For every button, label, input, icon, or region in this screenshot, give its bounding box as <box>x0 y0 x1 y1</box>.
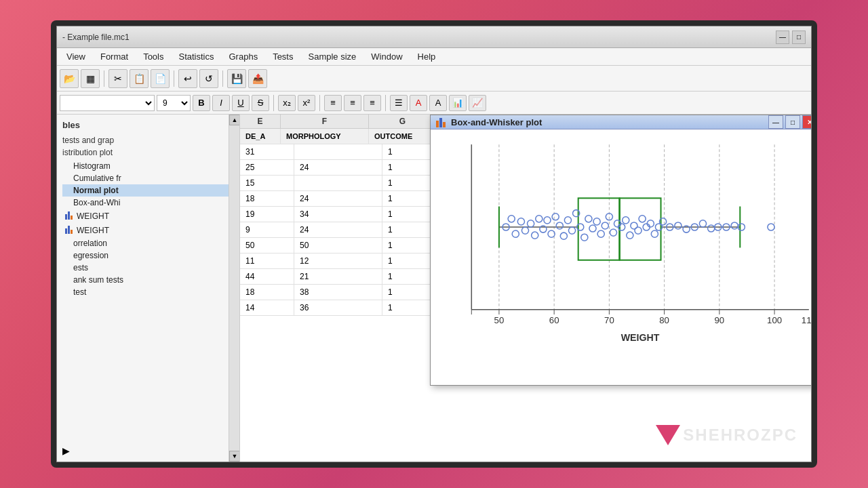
italic-button[interactable]: I <box>212 95 230 111</box>
app-window: - Example file.mc1 — □ View Format Tools… <box>56 26 812 462</box>
cell-f5[interactable]: 34 <box>294 207 382 222</box>
svg-point-48 <box>639 216 646 222</box>
strikethrough-button[interactable]: S <box>252 95 269 111</box>
box-whisker-svg: 50 60 70 80 90 100 110 WEIGHT <box>458 136 811 352</box>
cell-e5[interactable]: 19 <box>240 207 294 222</box>
menu-graphs[interactable]: Graphs <box>222 50 265 63</box>
cell-f6[interactable]: 24 <box>294 222 382 237</box>
scroll-up-arrow[interactable]: ▲ <box>229 115 240 125</box>
cell-e8[interactable]: 11 <box>240 253 294 268</box>
align-center-button[interactable]: ≡ <box>344 95 361 111</box>
svg-point-22 <box>532 232 538 239</box>
plot-restore-button[interactable]: □ <box>785 115 800 129</box>
font-color-button[interactable]: A <box>410 95 427 111</box>
copy-button[interactable]: 📋 <box>130 69 149 88</box>
col-header-g: G <box>369 115 437 128</box>
svg-text:60: 60 <box>549 315 559 325</box>
subheader-f: MORPHOLOGY <box>281 129 369 144</box>
sidebar-item-test[interactable]: test <box>62 286 237 298</box>
undo-button[interactable]: ↩ <box>178 69 197 88</box>
sidebar-item-regression[interactable]: egression <box>62 249 237 262</box>
title-bar: - Example file.mc1 — □ <box>57 26 811 48</box>
cell-f9[interactable]: 21 <box>294 269 382 284</box>
cell-e1[interactable]: 31 <box>240 144 294 159</box>
menu-help[interactable]: Help <box>411 50 443 63</box>
svg-text:80: 80 <box>659 315 669 325</box>
svg-text:WEIGHT: WEIGHT <box>621 332 660 343</box>
bar-blue-2 <box>68 211 70 220</box>
paste-button[interactable]: 📄 <box>151 69 170 88</box>
sidebar-scrollbar[interactable]: ▲ ▼ <box>229 115 239 462</box>
cell-f11[interactable]: 36 <box>294 300 382 315</box>
sidebar-section-dist: istribution plot <box>62 148 237 157</box>
icon-bar-1 <box>436 121 439 127</box>
sidebar-item-weight-1[interactable]: WEIGHT <box>62 209 237 223</box>
bar-blue-3 <box>65 228 67 234</box>
maximize-button[interactable]: □ <box>792 30 806 44</box>
save-button[interactable]: 💾 <box>227 69 246 88</box>
sidebar-item-weight-2[interactable]: WEIGHT <box>62 223 237 237</box>
cell-e7[interactable]: 50 <box>240 238 294 253</box>
menu-statistics[interactable]: Statistics <box>172 50 220 63</box>
spreadsheet: E F G DE_A MORPHOLOGY OUTCOME 31 1 25 <box>240 115 811 462</box>
sidebar-item-ranksum[interactable]: ank sum tests <box>62 274 237 286</box>
cell-e10[interactable]: 18 <box>240 285 294 300</box>
menu-format[interactable]: Format <box>94 50 135 63</box>
svg-point-29 <box>560 232 567 239</box>
menu-sample-size[interactable]: Sample size <box>301 50 363 63</box>
font-size-selector[interactable]: 9 <box>157 95 191 111</box>
svg-point-34 <box>581 234 588 241</box>
menu-tools[interactable]: Tools <box>136 50 170 63</box>
cell-f2[interactable]: 24 <box>294 160 382 175</box>
sidebar-label: bles <box>62 120 237 130</box>
cell-e11[interactable]: 14 <box>240 300 294 315</box>
cell-e3[interactable]: 15 <box>240 176 294 190</box>
cell-e2[interactable]: 25 <box>240 160 294 175</box>
cut-button[interactable]: ✂ <box>108 69 127 88</box>
cell-f4[interactable]: 24 <box>294 191 382 206</box>
sidebar-item-boxwhisker[interactable]: Box-and-Whi <box>62 197 237 209</box>
align-left-button[interactable]: ≡ <box>324 95 342 111</box>
sidebar-item-tests[interactable]: ests <box>62 262 237 274</box>
redo-button[interactable]: ↺ <box>199 69 218 88</box>
cell-e4[interactable]: 18 <box>240 191 294 206</box>
plot-title-bar: Box-and-Whisker plot — □ ✕ <box>431 115 811 129</box>
open-button[interactable]: 📂 <box>60 69 79 88</box>
sidebar-item-correlation[interactable]: orrelation <box>62 237 237 249</box>
export-button[interactable]: 📤 <box>248 69 267 88</box>
cell-f10[interactable]: 38 <box>294 285 382 300</box>
cell-f1[interactable] <box>294 144 382 159</box>
bold-button[interactable]: B <box>193 95 210 111</box>
chart-color-button[interactable]: 📊 <box>449 95 467 111</box>
cell-f7[interactable]: 50 <box>294 238 382 253</box>
menu-view[interactable]: View <box>60 50 92 63</box>
menu-tests[interactable]: Tests <box>266 50 300 63</box>
subscript-button[interactable]: x₂ <box>278 95 296 111</box>
scroll-down-arrow[interactable]: ▼ <box>229 451 240 462</box>
sidebar-weight-label-1: WEIGHT <box>77 211 109 221</box>
font-selector[interactable] <box>60 95 155 111</box>
cell-f8[interactable]: 12 <box>294 253 382 268</box>
font-color-up-button[interactable]: A <box>429 95 447 111</box>
underline-button[interactable]: U <box>232 95 250 111</box>
minimize-button[interactable]: — <box>776 30 789 44</box>
sidebar-item-histogram[interactable]: Histogram <box>62 160 237 172</box>
plot-window-icon <box>436 117 446 127</box>
menu-window[interactable]: Window <box>364 50 409 63</box>
cell-e9[interactable]: 44 <box>240 269 294 284</box>
sidebar-expand-arrow[interactable]: ▶ <box>62 445 70 456</box>
cell-e6[interactable]: 9 <box>240 222 294 237</box>
sidebar-item-normalplot[interactable]: Normal plot <box>62 184 237 197</box>
align-right-button[interactable]: ≡ <box>363 95 381 111</box>
plot-close-button[interactable]: ✕ <box>802 115 811 129</box>
svg-text:100: 100 <box>767 315 782 325</box>
sidebar-item-cumulative[interactable]: Cumulative fr <box>62 172 237 184</box>
superscript-button[interactable]: x² <box>298 95 315 111</box>
format-separator-2 <box>319 95 320 111</box>
plot-minimize-button[interactable]: — <box>768 115 783 129</box>
main-area: ▲ ▼ bles tests and grap istribution plot… <box>57 115 811 462</box>
cell-f3[interactable] <box>294 176 382 190</box>
list-button[interactable]: ☰ <box>390 95 408 111</box>
graph-button[interactable]: 📈 <box>469 95 486 111</box>
grid-button[interactable]: ▦ <box>81 69 100 88</box>
